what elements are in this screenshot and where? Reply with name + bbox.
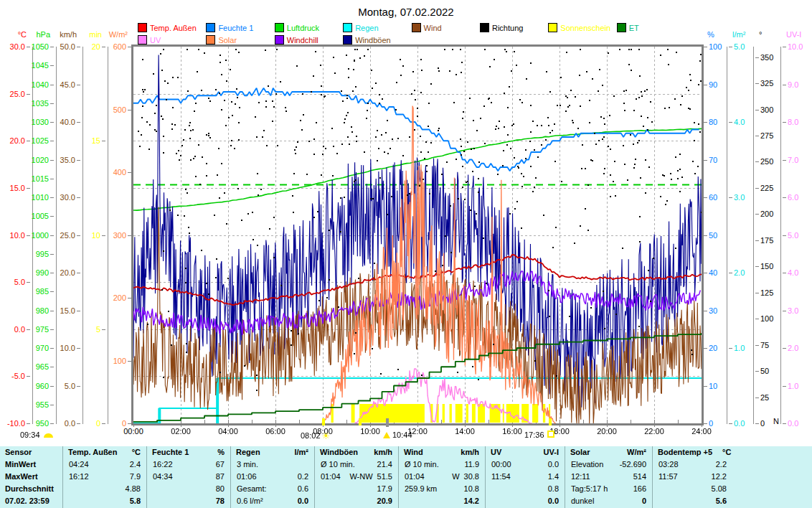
cell-value: 0.2 [298,471,314,483]
axis-label: 40.0 [60,118,75,126]
cell-value: 80 [216,483,230,495]
axis-tick [729,423,732,424]
table-cell-row: 5.8 [63,495,146,507]
axis-tick [755,423,759,424]
axis-label: 1005 [32,212,49,220]
axis-compass-north: N [773,418,779,425]
axis-tick [783,235,786,236]
axis-tick [50,122,54,123]
time-axis-label: 06:00 [260,427,291,436]
table-col-bodentemp-5: Bodentemp +5°C03:282.211:5712.25.085.6 [653,446,812,508]
table-cell-row: 04:242.4 [63,458,146,471]
axis-label: 10 [92,232,100,240]
cell-label: 11:54 [486,471,511,483]
time-axis-tick [560,423,560,427]
table-col-sensor: SensorMinWertMaxWertDurchschnitt07.02. 2… [0,446,63,508]
legend-color-swatch [548,23,557,32]
cell-label [147,495,153,507]
cell-label: Elevation [565,458,603,471]
axis-tick [704,386,707,387]
cell-label [63,483,69,495]
cell-value: -52.690 [620,458,652,471]
weather-plot-canvas [133,47,702,423]
axis-label: 0.0 [65,420,75,428]
plot-frame [131,44,704,425]
legend-label: Luftdruck [287,24,319,32]
cell-value: 14.2 [464,495,485,507]
axis-tick [50,141,54,141]
legend-label: ET [629,24,639,32]
sunrise-icon: ☀ [322,431,331,441]
table-column-header: UVUV-I [486,446,565,458]
axis-line-l/m² [727,47,727,424]
axis-tick [50,254,54,255]
table-row-label: MaxWert [0,471,62,483]
axis-tick [704,235,707,236]
column-unit: UV-I [544,446,565,458]
axis-label: 175 [760,237,773,245]
axis-tick [704,423,707,424]
axis-tick [755,83,759,84]
axis-label: 1045 [32,62,49,70]
axis-tick [783,386,786,387]
cell-label: dunkel [565,495,594,507]
axis-tick [50,160,54,161]
axis-tick [102,329,105,330]
axis-label: 1.0 [788,382,798,390]
table-cell-row: 01:04W-NW51.5 [315,471,398,483]
sunset-annotation: 17:36 [524,431,554,441]
cell-value: 78 [216,495,230,507]
axis-label: 0.0 [788,420,798,428]
cell-label: 16:12 [63,471,89,483]
axis-label: 10 [709,382,717,390]
axis-tick [50,291,54,292]
table-col-windb-en: Windböenkm/hØ 10 min.21.401:04W-NW51.517… [315,446,399,508]
table-row-label: Durchschnitt [0,483,62,495]
cell-direction: W-NW [349,472,372,481]
legend-label: Richtung [492,24,523,32]
table-cell-row: 11:541.4 [486,471,565,483]
legend-label: Windböen [355,36,391,44]
table-cell-row: 16:2267 [147,458,230,471]
axis-label: 300 [113,232,126,240]
axis-tick [50,47,54,47]
cell-direction: W [452,472,459,481]
axis-tick [783,160,786,161]
axis-label: 4.0 [734,118,745,126]
axis-tick [755,240,759,241]
axis-unit-l/m²: l/m² [732,30,745,39]
column-name: Wind [399,446,423,458]
axis-tick [50,179,54,179]
cell-value: W-NW51.5 [349,471,398,483]
table-cell-row: 78 [147,495,230,507]
time-axis-tick [417,423,418,427]
axis-label: 1000 [32,232,49,240]
cell-value: 0.8 [548,483,565,495]
axis-label: 50 [709,232,717,240]
axis-label: 20.0 [60,269,75,277]
time-axis-tick [702,423,702,427]
column-name: Bodentemp +5 [653,446,712,458]
sunrise-annotation: 08:02☀ [301,431,330,441]
column-name: Windböen [315,446,358,458]
axis-tick [783,85,786,85]
axis-tick [783,273,786,273]
axis-label: 1015 [32,175,49,183]
axis-tick [77,85,80,85]
axis-tick [50,216,54,217]
axis-label: 10.0 [60,344,75,352]
axis-label: 100 [760,315,773,323]
cell-label [315,483,321,495]
cell-label [653,483,658,495]
axis-tick [27,235,30,236]
column-unit: km/h [461,446,485,458]
legend-label: Windchill [287,36,318,44]
legend-item-uv: UV [138,35,206,44]
axis-tick [783,311,786,311]
table-col-solar: SolarW/m²Elevation-52.69012:11514Tag:5:1… [565,446,653,508]
axis-tick [783,122,786,123]
axis-tick [755,398,759,398]
axis-label: 9.0 [788,81,798,89]
axis-line-min [108,47,108,424]
axis-tick [77,348,80,349]
